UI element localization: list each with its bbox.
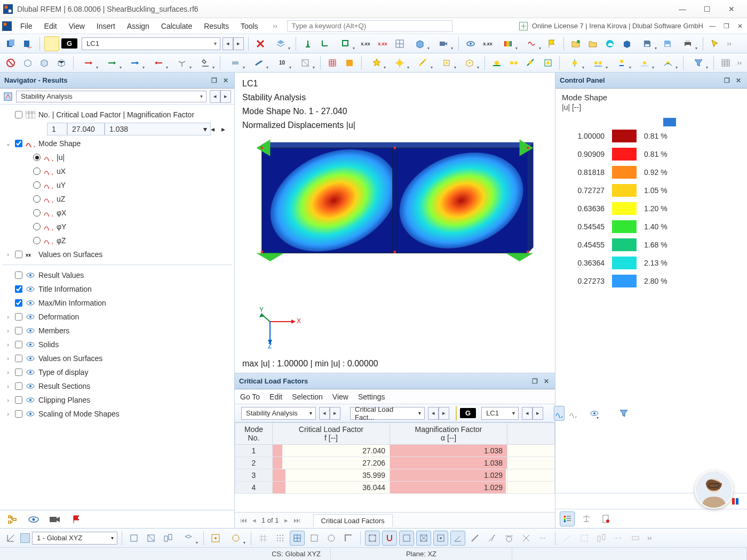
- control-panel-close[interactable]: ✕: [734, 76, 743, 85]
- tb2-gen-1[interactable]: ▾: [564, 55, 585, 70]
- tree-clf-no[interactable]: 1: [47, 123, 67, 135]
- results-panel-undock[interactable]: ❐: [530, 377, 539, 386]
- tb2-overflow[interactable]: ››: [735, 59, 744, 67]
- bt-ortho[interactable]: [341, 531, 356, 546]
- mdi-minimize-button[interactable]: —: [708, 21, 717, 31]
- menu-calculate[interactable]: Calculate: [156, 20, 197, 33]
- results-panel-close[interactable]: ✕: [542, 377, 551, 386]
- grp-expand-3[interactable]: ›: [4, 355, 12, 362]
- tb1-icon-folder-open[interactable]: [585, 36, 600, 51]
- tb1-icon-cloud[interactable]: [602, 36, 617, 51]
- bt-b5[interactable]: [208, 531, 223, 546]
- bt-snap-end[interactable]: [399, 531, 414, 546]
- tb2-gen-5[interactable]: ▾: [657, 55, 679, 70]
- rp-tool-2[interactable]: [568, 406, 578, 421]
- tree-expand-modeshape[interactable]: ⌄: [4, 140, 12, 147]
- bt-grid1[interactable]: [256, 531, 271, 546]
- grp-expand-4[interactable]: ›: [4, 369, 12, 375]
- tb1-icon-print[interactable]: ▾: [677, 36, 698, 51]
- menu-view[interactable]: View: [63, 20, 90, 33]
- tb2-microscope[interactable]: ▾: [195, 55, 216, 70]
- tb1-icon-box[interactable]: ▾: [409, 36, 431, 51]
- cp-tab-doc[interactable]: [598, 511, 613, 526]
- tb1-icon-select[interactable]: [708, 36, 722, 51]
- pager-prev[interactable]: ◂: [252, 516, 256, 524]
- tb1-overflow[interactable]: ››: [725, 39, 734, 47]
- tb1-icon-support-1[interactable]: [300, 36, 315, 51]
- table-row[interactable]: 3 35.999 1.029: [235, 469, 555, 482]
- mode-radio-2[interactable]: [33, 181, 41, 189]
- coord-system-combo[interactable]: 1 - Global XYZ▾: [32, 532, 117, 545]
- tree-modeshape-check[interactable]: [15, 140, 22, 147]
- tb2-star-6[interactable]: [489, 55, 504, 70]
- nav-bottom-flag-icon[interactable]: [68, 513, 84, 526]
- grp-check-3[interactable]: [15, 355, 22, 362]
- tb2-gen-4[interactable]: ▾: [634, 55, 656, 70]
- bt-guide-5[interactable]: [628, 531, 643, 546]
- tb2-star-9[interactable]: [541, 55, 555, 70]
- tree-clf-next[interactable]: ▸: [221, 125, 232, 133]
- mode-radio-0[interactable]: [33, 154, 41, 161]
- tb1-btn-1[interactable]: [3, 36, 18, 51]
- tb1-icon-support-2[interactable]: [317, 36, 332, 51]
- mdi-restore-button[interactable]: ❐: [721, 21, 731, 31]
- navigator-type-prev[interactable]: ◂: [210, 90, 220, 103]
- tb2-star-7[interactable]: [506, 55, 521, 70]
- tb2-star-8[interactable]: [523, 55, 538, 70]
- loadcase-combo[interactable]: LC1▾: [82, 37, 220, 50]
- rp-lc-prev[interactable]: ◂: [522, 407, 533, 420]
- tree-clf-prev[interactable]: ◂: [211, 125, 221, 133]
- rp-tool-eye[interactable]: ▾: [589, 406, 600, 421]
- grp-check-1[interactable]: [15, 327, 22, 334]
- tb2-gen-3[interactable]: ▾: [611, 55, 632, 70]
- pager-first[interactable]: ⏮: [240, 516, 247, 524]
- grp-check-6[interactable]: [15, 396, 22, 404]
- tb2-dim[interactable]: 10▾: [272, 55, 293, 70]
- tb2-filter[interactable]: ▾: [688, 55, 709, 70]
- bt-b4[interactable]: ▾: [178, 531, 199, 546]
- grp-expand-5[interactable]: ›: [4, 383, 12, 389]
- grp-check-7[interactable]: [15, 410, 22, 418]
- bt-overflow[interactable]: ››: [645, 534, 654, 542]
- rp-type-combo[interactable]: Stability Analysis▾: [241, 407, 316, 420]
- cp-tab-colors[interactable]: [560, 511, 575, 526]
- tb1-color-swatch[interactable]: [44, 36, 59, 51]
- bt-grid5[interactable]: [324, 531, 339, 546]
- rp-tool-1[interactable]: [554, 406, 565, 421]
- mode-radio-4[interactable]: [33, 209, 41, 217]
- tb1-icon-block[interactable]: [619, 36, 634, 51]
- tb2-solid[interactable]: [342, 55, 357, 70]
- bt-b6[interactable]: ▾: [225, 531, 247, 546]
- tree-clf-check[interactable]: [15, 111, 22, 118]
- rp-swatch[interactable]: [456, 406, 457, 421]
- tb2-cube-1[interactable]: [20, 55, 35, 70]
- nav-bottom-tree-icon[interactable]: [4, 513, 20, 526]
- nav-bottom-eye-icon[interactable]: [26, 513, 42, 526]
- bt-snap-line[interactable]: [467, 531, 482, 546]
- menu-results[interactable]: Results: [198, 20, 234, 33]
- window-close-button[interactable]: ✕: [719, 0, 744, 18]
- bt-b1[interactable]: [126, 531, 141, 546]
- tb2-star-2[interactable]: ▾: [389, 55, 410, 70]
- tb1-icon-label[interactable]: x.xx: [480, 36, 495, 51]
- rp-type-prev[interactable]: ◂: [319, 407, 330, 420]
- window-minimize-button[interactable]: —: [670, 0, 695, 18]
- mode-radio-3[interactable]: [33, 195, 41, 203]
- tb2-axis-y[interactable]: ▾: [101, 55, 123, 70]
- navigator-undock-button[interactable]: ❐: [210, 76, 218, 85]
- mode-radio-5[interactable]: [33, 223, 41, 230]
- mdi-close-button[interactable]: ✕: [735, 21, 745, 31]
- bt-snap-center[interactable]: [433, 531, 448, 546]
- tb2-star-1[interactable]: ▾: [366, 55, 387, 70]
- tb2-cube-2[interactable]: [37, 55, 52, 70]
- opt-resultvalues-check[interactable]: [15, 271, 22, 279]
- tb1-icon-cam[interactable]: ▾: [433, 36, 454, 51]
- table-row[interactable]: 2 27.206 1.038: [235, 457, 555, 469]
- rp-menu-view[interactable]: View: [332, 393, 348, 401]
- pager-tab[interactable]: Critical Load Factors: [313, 514, 393, 527]
- search-input[interactable]: [287, 20, 452, 32]
- bt-snap-grid[interactable]: [365, 531, 380, 546]
- tree-expand-values[interactable]: ›: [4, 251, 12, 258]
- navigator-type-combo[interactable]: Stability Analysis▾: [16, 91, 206, 102]
- tb1-icon-flag[interactable]: [544, 36, 559, 51]
